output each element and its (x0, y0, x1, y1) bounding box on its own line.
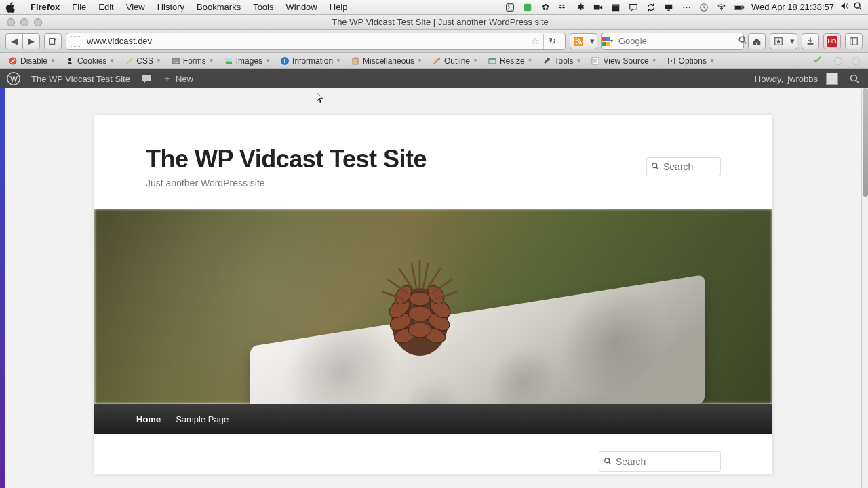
svg-point-22 (68, 58, 71, 60)
svg-rect-11 (743, 6, 745, 8)
wd-information[interactable]: i Information▼ (276, 56, 345, 66)
status-green-icon[interactable] (522, 2, 533, 13)
pinecone-icon (352, 234, 488, 369)
misc-icon (351, 56, 360, 66)
recent-pages-button[interactable] (44, 33, 62, 49)
wp-site-link[interactable]: The WP Vidcast Test Site (31, 74, 130, 84)
wp-howdy[interactable]: Howdy, jwrobbs (755, 73, 838, 85)
wp-adminbar-search-icon[interactable] (849, 73, 861, 85)
wp-comments-link[interactable] (141, 73, 152, 84)
svg-rect-29 (438, 58, 440, 60)
svg-point-36 (652, 163, 657, 167)
reload-button[interactable]: ↻ (543, 34, 561, 49)
status-dropbox-icon[interactable] (557, 2, 568, 13)
search-engine-chevron-icon[interactable]: ▾ (610, 38, 613, 44)
apple-menu-icon[interactable] (5, 2, 16, 13)
sidebar-search-input[interactable] (614, 455, 716, 468)
app-name[interactable]: Firefox (31, 2, 60, 12)
url-bar[interactable]: ☆ ↻ (66, 33, 566, 50)
forms-icon (171, 56, 180, 66)
window-zoom-button[interactable] (34, 18, 42, 26)
url-input[interactable] (85, 35, 527, 47)
wd-images[interactable]: Images▼ (220, 56, 275, 66)
wd-viewsource[interactable]: View Source▼ (587, 56, 660, 66)
menu-edit[interactable]: Edit (98, 2, 113, 12)
options-icon (667, 56, 676, 66)
desktop-edge (0, 88, 5, 488)
svg-point-15 (576, 42, 578, 44)
wd-resize[interactable]: Resize▼ (484, 56, 537, 66)
wp-new-link[interactable]: ＋ New (163, 73, 193, 85)
status-volume-icon[interactable] (840, 1, 849, 13)
nav-sample[interactable]: Sample Page (174, 411, 230, 427)
plus-icon: ＋ (163, 73, 172, 85)
page-viewport: The WP Vidcast Test Site Just another Wo… (5, 88, 861, 488)
home-button[interactable] (748, 33, 766, 49)
window-close-button[interactable] (7, 18, 15, 26)
header-search-input[interactable] (662, 161, 716, 173)
search-submit-icon[interactable] (738, 35, 747, 47)
scrollbar-thumb[interactable] (863, 88, 868, 197)
wd-disable[interactable]: Disable▼ (4, 56, 60, 66)
status-sync-icon[interactable] (646, 2, 656, 13)
menu-bookmarks[interactable]: Bookmarks (197, 2, 241, 12)
wd-misc[interactable]: Miscellaneous▼ (347, 56, 427, 66)
feed-menu-button[interactable]: ▾ (587, 33, 597, 49)
bookmark-star-icon[interactable]: ☆ (531, 36, 539, 46)
status-dots-icon[interactable]: ⋯ (681, 2, 692, 13)
downloads-button[interactable] (802, 33, 819, 49)
spotlight-icon[interactable] (853, 1, 863, 13)
sidebar-search-box[interactable] (599, 451, 721, 472)
svg-rect-18 (808, 43, 814, 44)
menu-file[interactable]: File (72, 2, 86, 12)
svg-rect-4 (612, 4, 620, 6)
site-header: The WP Vidcast Test Site Just another Wo… (94, 115, 772, 209)
site-identity-icon[interactable] (71, 36, 81, 47)
status-battery-icon[interactable] (734, 2, 745, 13)
nav-back-button[interactable]: ◀ (5, 33, 23, 49)
status-fan-icon[interactable]: ✿ (540, 2, 551, 13)
status-script-icon[interactable] (505, 2, 515, 13)
nav-forward-button[interactable]: ▶ (22, 33, 40, 49)
status-timemachine-icon[interactable] (698, 2, 709, 13)
hd-button[interactable]: HD (823, 33, 841, 49)
panels-button[interactable] (845, 33, 863, 49)
browser-search-box[interactable]: ▾ (601, 33, 744, 50)
feed-button[interactable] (570, 33, 587, 49)
status-camera-icon[interactable] (593, 2, 604, 13)
vertical-scrollbar[interactable] (861, 88, 868, 488)
bookmarks-menu-button[interactable]: ▾ (787, 33, 797, 49)
svg-point-45 (408, 306, 431, 321)
wd-outline[interactable]: Outline▼ (428, 56, 482, 66)
svg-point-12 (854, 3, 860, 8)
svg-rect-13 (50, 38, 55, 44)
svg-rect-5 (665, 4, 673, 9)
wd-forms[interactable]: Forms▼ (167, 56, 218, 66)
browser-search-input[interactable] (617, 35, 734, 47)
status-calendar-icon[interactable] (610, 2, 621, 13)
wd-tools[interactable]: Tools▼ (538, 56, 586, 66)
disable-icon (8, 56, 18, 66)
menu-view[interactable]: View (126, 2, 145, 12)
status-display-icon[interactable] (663, 2, 674, 13)
bookmarks-button[interactable] (770, 33, 787, 49)
status-asterisk-icon[interactable]: ✱ (575, 2, 586, 13)
menu-tools[interactable]: Tools (253, 2, 273, 12)
menubar-clock[interactable]: Wed Apr 18 21:38:57 (751, 2, 834, 12)
wp-logo-icon[interactable] (7, 72, 20, 85)
menu-history[interactable]: History (157, 2, 184, 12)
window-minimize-button[interactable] (20, 18, 28, 26)
status-messages-icon[interactable] (628, 2, 639, 13)
nav-home[interactable]: Home (135, 411, 162, 427)
wd-options[interactable]: Options▼ (663, 56, 719, 66)
header-image (94, 209, 772, 404)
status-wifi-icon[interactable] (716, 2, 727, 13)
wd-css[interactable]: CSS▼ (120, 56, 165, 66)
header-search-box[interactable] (646, 157, 721, 176)
menu-window[interactable]: Window (286, 2, 317, 12)
svg-point-35 (851, 75, 857, 81)
wd-cookies[interactable]: Cookies▼ (61, 56, 119, 66)
site-title[interactable]: The WP Vidcast Test Site (146, 145, 721, 174)
menu-help[interactable]: Help (330, 2, 348, 12)
viewsource-icon (591, 56, 600, 66)
